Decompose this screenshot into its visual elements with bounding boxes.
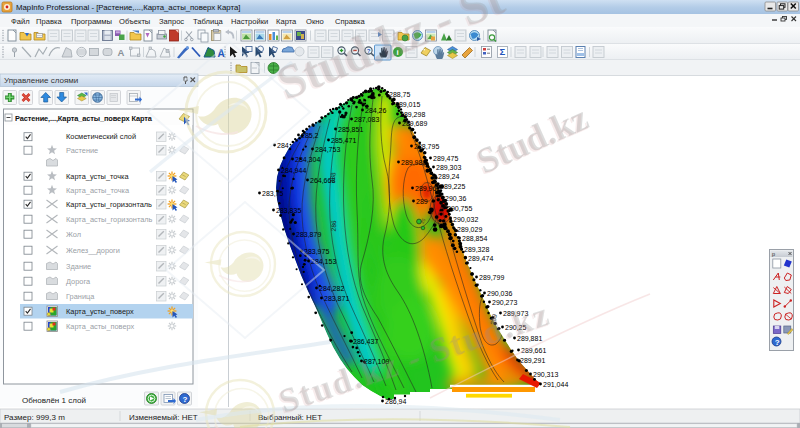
svg-text:Окно: Окно: [306, 17, 324, 26]
svg-text:Карта_усты_поверх: Карта_усты_поверх: [66, 307, 134, 316]
svg-text:Растение,...,Карта_асты_поверх: Растение,...,Карта_асты_поверх Карта: [15, 114, 153, 123]
svg-text:A: A: [118, 47, 125, 58]
svg-text:Настройки: Настройки: [231, 17, 268, 26]
svg-text:290,032: 290,032: [453, 216, 478, 223]
svg-text:289,303: 289,303: [436, 164, 461, 171]
svg-text:283,879: 283,879: [296, 231, 321, 238]
svg-text:Таблица: Таблица: [193, 17, 224, 26]
svg-text:289,988: 289,988: [401, 159, 426, 166]
svg-text:Программы: Программы: [71, 17, 112, 26]
svg-text:287,083: 287,083: [354, 116, 379, 123]
svg-text:Жол: Жол: [66, 230, 81, 239]
svg-text:286,94: 286,94: [385, 398, 407, 405]
svg-text:283,975: 283,975: [304, 248, 329, 255]
svg-text:283,835: 283,835: [276, 207, 301, 214]
svg-text:Объекты: Объекты: [119, 17, 150, 26]
svg-text:289,225: 289,225: [440, 183, 465, 190]
svg-text:284,26: 284,26: [365, 107, 387, 114]
svg-text:283,75: 283,75: [262, 190, 284, 197]
svg-text:Запрос: Запрос: [159, 17, 184, 26]
svg-text:284,282: 284,282: [319, 285, 344, 292]
svg-text:Желез__дороги: Желез__дороги: [66, 246, 120, 255]
svg-text:288,854: 288,854: [462, 235, 487, 242]
svg-text:291,044: 291,044: [543, 381, 568, 388]
svg-text:290,755: 290,755: [447, 205, 472, 212]
svg-text:290,313: 290,313: [533, 371, 558, 378]
svg-text:Σ: Σ: [499, 46, 505, 57]
svg-text:286: 286: [330, 220, 338, 232]
svg-text:289,029: 289,029: [457, 226, 482, 233]
svg-text:288: 288: [328, 172, 336, 184]
svg-text:Размер: 999,3 m: Размер: 999,3 m: [4, 413, 65, 422]
svg-text:Управление слоями: Управление слоями: [4, 76, 78, 85]
svg-text:285,851: 285,851: [338, 126, 363, 133]
svg-text:289,96: 289,96: [415, 185, 437, 192]
svg-text:?: ?: [183, 395, 188, 404]
svg-text:Карта_асты_точка: Карта_асты_точка: [66, 186, 130, 195]
svg-text:289,015: 289,015: [395, 101, 420, 108]
svg-text:?: ?: [775, 338, 780, 347]
svg-text:Карта_асты_горизонталь: Карта_асты_горизонталь: [66, 215, 153, 224]
svg-text:Граница: Граница: [66, 292, 95, 301]
svg-text:289,474: 289,474: [468, 255, 493, 262]
svg-text:285,2: 285,2: [301, 132, 319, 139]
svg-text:284,304: 284,304: [295, 156, 320, 163]
svg-text:290,36: 290,36: [445, 195, 467, 202]
svg-text:Изменяемый: НЕТ: Изменяемый: НЕТ: [129, 413, 198, 422]
svg-text:289,799: 289,799: [479, 274, 504, 281]
svg-text:Файл: Файл: [11, 17, 30, 26]
svg-text:p: p: [772, 251, 775, 257]
svg-text:Косметический слой: Косметический слой: [66, 132, 136, 141]
svg-text:Растение: Растение: [66, 146, 98, 155]
svg-text:289,298: 289,298: [400, 111, 425, 118]
svg-text:286,437: 286,437: [353, 338, 378, 345]
svg-text:284: 284: [277, 142, 289, 149]
svg-text:Обновлён 1 слой: Обновлён 1 слой: [22, 396, 86, 405]
svg-text:288,75: 288,75: [389, 91, 411, 98]
svg-text:289,475: 289,475: [433, 155, 458, 162]
svg-text:MapInfo Professional - [Растен: MapInfo Professional - [Растение,...,Кар…: [16, 3, 240, 12]
svg-text:Дорога: Дорога: [66, 277, 91, 286]
svg-text:284,753: 284,753: [315, 146, 340, 153]
svg-text:Карта_асты_поверх: Карта_асты_поверх: [66, 322, 135, 331]
svg-text:289,24: 289,24: [438, 173, 460, 180]
svg-text:288,795: 288,795: [414, 143, 439, 150]
svg-text:289,689: 289,689: [402, 120, 427, 127]
svg-text:Правка: Правка: [36, 17, 62, 26]
svg-text:283,871: 283,871: [324, 295, 349, 302]
svg-text:289,328: 289,328: [464, 246, 489, 253]
svg-text:Карта_усты_точка: Карта_усты_точка: [66, 172, 129, 181]
svg-text:Карта: Карта: [276, 17, 297, 26]
svg-text:289: 289: [416, 198, 428, 205]
svg-text:285,471: 285,471: [331, 137, 356, 144]
svg-text:Карта_усты_горизонталь: Карта_усты_горизонталь: [66, 200, 152, 209]
svg-text:Здание: Здание: [66, 262, 91, 271]
svg-text:290,036: 290,036: [487, 290, 512, 297]
svg-text:284,944: 284,944: [281, 167, 306, 174]
svg-text:289,291: 289,291: [520, 357, 545, 364]
